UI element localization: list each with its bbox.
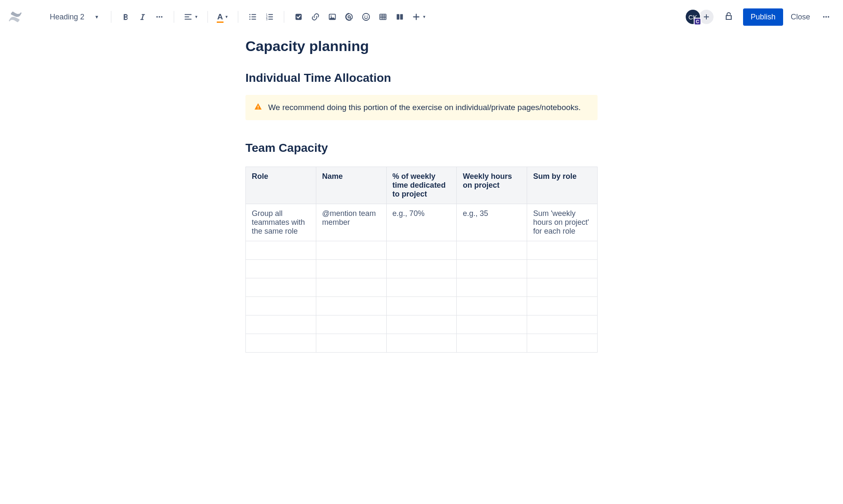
svg-point-4 (249, 16, 250, 18)
table-row[interactable] (246, 241, 598, 260)
svg-point-13 (364, 16, 365, 16)
table-cell[interactable] (246, 334, 316, 353)
table-cell[interactable] (457, 297, 527, 315)
table-row[interactable] (246, 278, 598, 297)
bullet-list-button[interactable] (245, 9, 260, 24)
avatar-badge: C (694, 18, 701, 25)
table-cell[interactable] (246, 297, 316, 315)
chevron-down-icon: ▼ (194, 15, 198, 19)
table-cell[interactable]: Sum 'weekly hours on project' for each r… (527, 204, 598, 241)
svg-point-20 (828, 16, 830, 18)
table-cell[interactable] (316, 297, 386, 315)
table-header[interactable]: Name (316, 167, 386, 204)
table-cell[interactable] (527, 241, 598, 260)
page-title[interactable]: Capacity planning (245, 38, 598, 54)
table-cell[interactable] (386, 260, 457, 278)
table-cell[interactable] (527, 260, 598, 278)
link-button[interactable] (308, 9, 323, 24)
restrictions-button[interactable] (724, 11, 734, 23)
heading-selector[interactable]: Heading 2 ▼ (45, 10, 104, 24)
action-item-button[interactable] (291, 9, 306, 24)
editor-toolbar: Heading 2 ▼ ▼ A ▼ 123 (0, 0, 843, 34)
chevron-down-icon: ▼ (423, 15, 426, 19)
mention-button[interactable] (342, 9, 357, 24)
editor-content[interactable]: Capacity planning Individual Time Alloca… (245, 38, 598, 378)
table-button[interactable] (375, 9, 391, 24)
collaborator-avatars: CK C (685, 9, 714, 25)
table-cell[interactable] (246, 241, 316, 260)
table-cell[interactable] (316, 315, 386, 334)
text-color-icon: A (217, 12, 223, 22)
table-row[interactable] (246, 315, 598, 334)
warning-panel-text[interactable]: We recommend doing this portion of the e… (268, 103, 581, 112)
table-cell[interactable] (457, 260, 527, 278)
more-actions-button[interactable] (818, 8, 835, 25)
table-row[interactable] (246, 260, 598, 278)
table-cell[interactable] (386, 315, 457, 334)
svg-point-11 (330, 16, 331, 17)
table-cell[interactable] (457, 241, 527, 260)
text-color-button[interactable]: A ▼ (215, 9, 231, 24)
table-row[interactable]: Group all teammates with the same role@m… (246, 204, 598, 241)
table-cell[interactable] (246, 278, 316, 297)
table-cell[interactable]: @mention team member (316, 204, 386, 241)
capacity-table[interactable]: Role Name % of weekly time dedicated to … (245, 167, 598, 353)
table-cell[interactable] (316, 241, 386, 260)
toolbar-divider (284, 11, 284, 23)
layouts-button[interactable] (392, 9, 407, 24)
table-header-row: Role Name % of weekly time dedicated to … (246, 167, 598, 204)
table-cell[interactable] (246, 260, 316, 278)
table-cell[interactable] (457, 334, 527, 353)
table-cell[interactable] (386, 278, 457, 297)
image-button[interactable] (325, 9, 340, 24)
emoji-button[interactable] (358, 9, 374, 24)
table-cell[interactable] (386, 241, 457, 260)
table-cell[interactable] (386, 297, 457, 315)
heading-team[interactable]: Team Capacity (245, 141, 598, 155)
svg-point-2 (161, 16, 163, 18)
table-cell[interactable] (246, 315, 316, 334)
toolbar-divider (174, 11, 174, 23)
table-cell[interactable] (316, 334, 386, 353)
svg-point-14 (366, 16, 367, 16)
user-avatar[interactable]: CK C (685, 9, 701, 25)
table-cell[interactable]: e.g., 35 (457, 204, 527, 241)
svg-point-12 (362, 13, 369, 21)
table-cell[interactable] (527, 315, 598, 334)
table-cell[interactable]: e.g., 70% (386, 204, 457, 241)
table-cell[interactable]: Group all teammates with the same role (246, 204, 316, 241)
warning-panel[interactable]: We recommend doing this portion of the e… (245, 95, 598, 120)
table-cell[interactable] (316, 278, 386, 297)
chevron-down-icon: ▼ (94, 14, 99, 19)
insert-button[interactable]: ▼ (409, 9, 429, 24)
table-cell[interactable] (457, 315, 527, 334)
table-row[interactable] (246, 334, 598, 353)
svg-rect-17 (400, 14, 402, 20)
more-formatting-button[interactable] (152, 9, 167, 24)
table-cell[interactable] (527, 297, 598, 315)
italic-button[interactable] (135, 9, 150, 24)
bold-button[interactable] (118, 9, 133, 24)
table-cell[interactable] (527, 278, 598, 297)
heading-selector-label: Heading 2 (50, 13, 84, 22)
toolbar-divider (111, 11, 111, 23)
table-cell[interactable] (316, 260, 386, 278)
toolbar-divider (207, 11, 208, 23)
close-button[interactable]: Close (785, 8, 816, 26)
table-cell[interactable] (527, 334, 598, 353)
toolbar-divider (238, 11, 238, 23)
numbered-list-button[interactable]: 123 (262, 9, 277, 24)
heading-individual[interactable]: Individual Time Allocation (245, 71, 598, 85)
table-header[interactable]: % of weekly time dedicated to project (386, 167, 457, 204)
publish-button[interactable]: Publish (743, 8, 783, 26)
chevron-down-icon: ▼ (225, 15, 229, 19)
table-cell[interactable] (457, 278, 527, 297)
table-header[interactable]: Sum by role (527, 167, 598, 204)
table-header[interactable]: Weekly hours on project (457, 167, 527, 204)
table-cell[interactable] (386, 334, 457, 353)
svg-point-19 (825, 16, 827, 18)
align-button[interactable]: ▼ (181, 9, 201, 24)
table-row[interactable] (246, 297, 598, 315)
table-header[interactable]: Role (246, 167, 316, 204)
warning-icon (254, 102, 262, 113)
